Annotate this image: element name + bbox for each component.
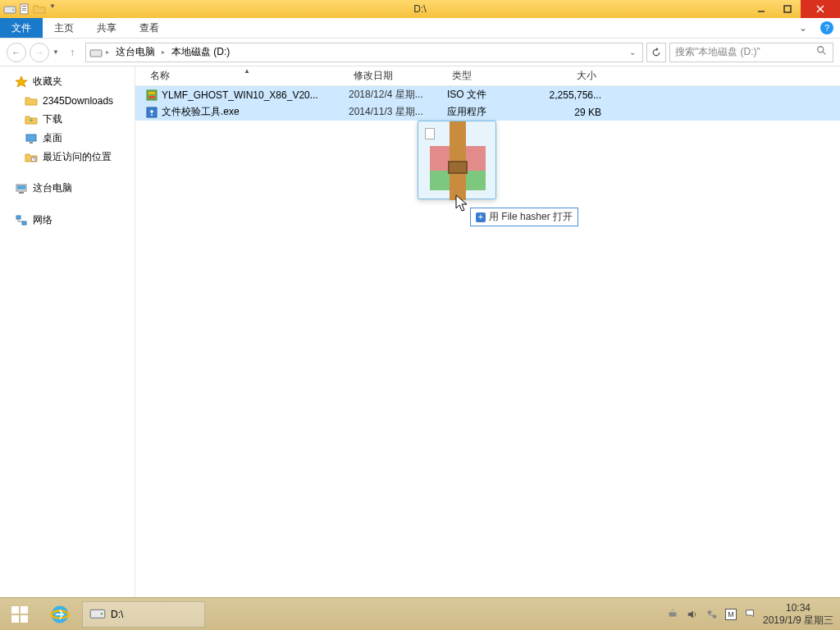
tray-safely-remove-icon[interactable] (666, 608, 679, 621)
svg-rect-36 (21, 615, 28, 623)
svg-rect-13 (26, 135, 36, 141)
drive-icon (89, 46, 103, 59)
sidebar-favorites[interactable]: 收藏夹 (0, 71, 135, 92)
column-header-size[interactable]: 大小 (544, 69, 601, 83)
svg-rect-14 (30, 142, 33, 144)
sidebar-item-recent[interactable]: 最近访问的位置 (0, 148, 135, 167)
svg-rect-18 (19, 192, 24, 194)
chevron-right-icon[interactable]: ▸ (162, 48, 165, 56)
svg-rect-10 (90, 50, 102, 57)
sidebar-this-pc[interactable]: 这台电脑 (0, 178, 135, 199)
column-headers: ▲名称 修改日期 类型 大小 (135, 66, 840, 86)
ribbon-expand-icon[interactable]: ⌄ (792, 18, 814, 38)
svg-rect-35 (11, 615, 19, 623)
exe-file-icon (145, 106, 158, 119)
sidebar-item-2345downloads[interactable]: 2345Downloads (0, 92, 135, 110)
close-button[interactable] (801, 0, 840, 18)
window-title: D:\ (413, 3, 426, 15)
breadcrumb[interactable]: 这台电脑 (112, 45, 158, 59)
drag-preview-thumbnail (418, 121, 496, 199)
svg-rect-5 (22, 10, 26, 11)
column-header-type[interactable]: 类型 (447, 69, 544, 83)
up-button[interactable]: ↑ (62, 43, 82, 62)
tab-file[interactable]: 文件 (0, 18, 43, 38)
folder-icon (25, 94, 38, 107)
file-list-view: ▲名称 修改日期 类型 大小 YLMF_GHOST_WIN10_X86_V20.… (135, 66, 840, 598)
navigation-bar: ← → ▼ ↑ ▸ 这台电脑 ▸ 本地磁盘 (D:) ⌄ 搜索"本地磁盘 (D:… (0, 39, 840, 66)
svg-point-11 (818, 47, 824, 52)
svg-rect-33 (11, 606, 19, 614)
svg-rect-7 (784, 6, 791, 12)
taskbar-pinned-ie[interactable] (39, 598, 80, 631)
navigation-pane: 收藏夹 2345Downloads 下载 桌面 最近访问的位置 这台电脑 网络 (0, 66, 135, 598)
help-button[interactable]: ? (814, 18, 840, 38)
system-tray: M 10:34 2019/1/9 星期三 (666, 602, 840, 626)
sidebar-item-downloads[interactable]: 下载 (0, 110, 135, 129)
tab-view[interactable]: 查看 (128, 18, 171, 38)
desktop-icon (25, 132, 38, 145)
back-button[interactable]: ← (7, 43, 26, 62)
quick-access-toolbar: ▼ (0, 2, 57, 16)
history-dropdown-icon[interactable]: ▼ (52, 48, 59, 56)
svg-rect-41 (669, 612, 677, 616)
iso-file-icon (145, 89, 158, 102)
svg-point-25 (151, 114, 153, 116)
search-input[interactable]: 搜索"本地磁盘 (D:)" (669, 43, 833, 62)
downloads-icon (25, 113, 38, 126)
svg-rect-42 (708, 610, 711, 614)
refresh-button[interactable] (646, 43, 666, 62)
taskbar-task-explorer[interactable]: D:\ (82, 601, 205, 628)
tab-home[interactable]: 主页 (43, 18, 85, 38)
ribbon-tabs: 文件 主页 共享 查看 ⌄ ? (0, 18, 840, 39)
breadcrumb[interactable]: 本地磁盘 (D:) (168, 45, 233, 59)
drop-hint-tooltip: + 用 File hasher 打开 (470, 208, 578, 226)
computer-icon (15, 182, 28, 195)
sidebar-network[interactable]: 网络 (0, 210, 135, 231)
drive-icon (3, 2, 16, 16)
maximize-button[interactable] (774, 0, 801, 18)
svg-rect-34 (21, 606, 28, 614)
star-icon (15, 75, 28, 89)
tray-network-icon[interactable] (705, 608, 719, 621)
file-row[interactable]: YLMF_GHOST_WIN10_X86_V20... 2018/12/4 星期… (135, 86, 840, 103)
svg-point-40 (101, 613, 103, 615)
tray-action-center-icon[interactable] (743, 608, 756, 621)
svg-rect-20 (22, 221, 26, 225)
chevron-right-icon[interactable]: ▸ (106, 48, 109, 56)
svg-rect-4 (22, 8, 26, 9)
qat-dropdown-icon[interactable]: ▼ (48, 2, 57, 16)
search-icon (816, 45, 828, 59)
sidebar-item-desktop[interactable]: 桌面 (0, 129, 135, 148)
drive-icon (89, 605, 106, 623)
svg-rect-17 (17, 185, 25, 189)
properties-icon[interactable] (18, 2, 31, 16)
column-header-date[interactable]: 修改日期 (349, 69, 447, 83)
taskbar: D:\ M 10:34 2019/1/9 星期三 (0, 597, 840, 630)
forward-button[interactable]: → (30, 43, 49, 62)
new-folder-icon[interactable] (33, 2, 46, 16)
network-icon (15, 214, 28, 227)
plus-icon: + (476, 212, 486, 222)
svg-rect-23 (148, 96, 155, 98)
file-row[interactable]: 文件校验工具.exe 2014/11/3 星期... 应用程序 29 KB (135, 103, 840, 121)
svg-point-1 (12, 9, 14, 11)
tab-share[interactable]: 共享 (85, 18, 128, 38)
svg-rect-3 (22, 6, 26, 7)
address-dropdown-icon[interactable]: ⌄ (626, 48, 639, 57)
search-placeholder: 搜索"本地磁盘 (D:)" (675, 45, 760, 59)
sort-ascending-icon: ▲ (244, 67, 250, 75)
svg-line-12 (823, 52, 826, 55)
tray-ime-icon[interactable]: M (725, 609, 737, 620)
svg-rect-22 (148, 92, 155, 94)
svg-rect-19 (16, 216, 21, 219)
start-button[interactable] (0, 598, 39, 631)
title-bar: ▼ D:\ (0, 0, 840, 18)
recent-icon (25, 151, 38, 164)
address-bar[interactable]: ▸ 这台电脑 ▸ 本地磁盘 (D:) ⌄ (85, 43, 643, 62)
svg-rect-21 (147, 90, 157, 100)
tray-volume-icon[interactable] (686, 608, 699, 621)
minimize-button[interactable] (748, 0, 774, 18)
tray-clock[interactable]: 10:34 2019/1/9 星期三 (763, 602, 833, 626)
cursor-icon (455, 194, 472, 214)
column-header-name[interactable]: ▲名称 (145, 69, 349, 83)
